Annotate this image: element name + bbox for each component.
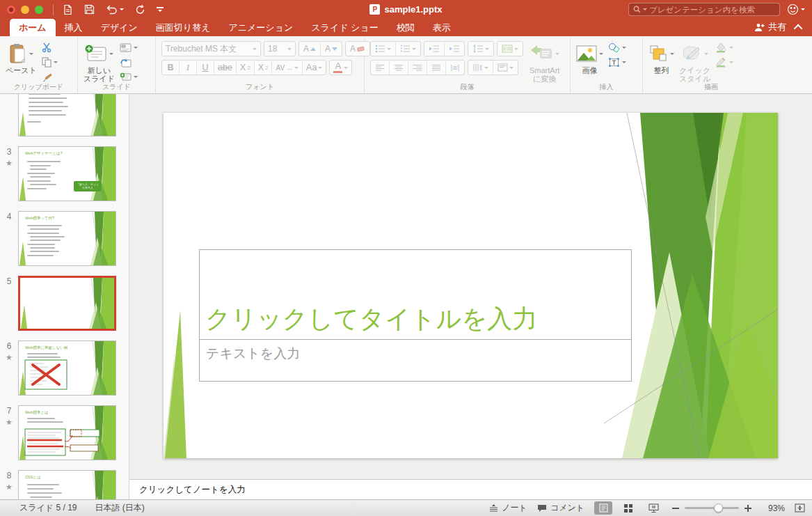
tab-insert[interactable]: 挿入 <box>56 19 92 36</box>
quick-styles-button: クイック スタイル <box>679 41 710 83</box>
justify-icon <box>431 64 441 72</box>
slide-5-thumbnail-selected[interactable] <box>18 276 116 331</box>
feedback-smiley-button[interactable] <box>787 3 805 15</box>
title-placeholder-text: クリックしてタイトルを入力 <box>205 302 537 336</box>
search-field[interactable] <box>628 3 780 16</box>
thumbnail-row-slide-8: 8 ★ CSSとは <box>0 470 116 499</box>
slide-6-thumbnail[interactable]: Web標準に準拠しない例 <box>18 341 116 396</box>
slide-3-thumbnail[interactable]: Webデザイナーとは? 「使う人」サイトを作る人 <box>18 146 116 201</box>
window-controls <box>7 6 43 14</box>
notes-placeholder-text: クリックしてノートを入力 <box>139 484 246 496</box>
format-painter-button[interactable] <box>42 71 58 83</box>
animation-star-icon: ★ <box>6 354 13 361</box>
slide-4-thumbnail[interactable]: Web標準って何? <box>18 211 116 266</box>
tab-animations[interactable]: アニメーション <box>219 19 302 36</box>
status-bar: スライド 5 / 19 日本語 (日本) ノート コメント <box>0 499 812 516</box>
minimize-button[interactable] <box>21 6 29 14</box>
body-placeholder[interactable]: テキストを入力 <box>199 340 632 382</box>
reset-icon <box>120 58 132 68</box>
undo-button[interactable] <box>106 5 124 15</box>
zoom-out-button[interactable] <box>672 508 679 509</box>
cut-button[interactable] <box>42 42 58 54</box>
search-input[interactable] <box>649 6 775 14</box>
collapse-ribbon-icon[interactable] <box>794 24 803 33</box>
zoom-slider-knob[interactable] <box>714 503 723 513</box>
slide-sorter-view-button[interactable] <box>619 501 637 515</box>
notes-toggle-button[interactable]: ノート <box>489 502 527 514</box>
tab-view[interactable]: 表示 <box>424 19 460 36</box>
language-indicator[interactable]: 日本語 (日本) <box>95 502 144 514</box>
text-box-button[interactable] <box>608 56 626 68</box>
slide-2-thumbnail[interactable] <box>18 94 116 136</box>
tab-home[interactable]: ホーム <box>10 19 56 36</box>
distribute-icon <box>450 64 460 72</box>
numbering-button <box>396 42 420 56</box>
thumb-title: Web標準って何? <box>25 216 54 221</box>
customize-toolbar-icon[interactable] <box>157 7 164 12</box>
align-right-button <box>408 61 427 75</box>
tab-design[interactable]: デザイン <box>92 19 147 36</box>
columns-icon <box>502 45 513 53</box>
increase-indent-icon <box>449 45 460 53</box>
search-icon <box>633 6 641 13</box>
share-button[interactable]: 共有 <box>754 21 786 33</box>
zoom-percentage[interactable]: 93% <box>761 503 785 513</box>
ribbon-group-paragraph: SmartArt に変換 段落 <box>365 36 571 93</box>
crossed-out-code-box <box>24 359 67 390</box>
slide-7-thumbnail[interactable]: Web標準とは <box>18 405 116 460</box>
align-left-button <box>371 61 390 75</box>
section-button[interactable] <box>120 71 138 83</box>
layout-button[interactable] <box>120 42 138 54</box>
facet-theme-wedge <box>164 311 191 458</box>
arrange-icon <box>648 45 668 63</box>
slide-number: 5 <box>7 276 12 286</box>
slide-canvas[interactable]: クリックしてタイトルを入力 テキストを入力 <box>164 113 778 458</box>
picture-button[interactable]: 画像 <box>576 41 603 75</box>
copy-button[interactable] <box>42 56 58 68</box>
reset-slide-button[interactable] <box>120 56 138 68</box>
convert-to-smartart-button: SmartArt に変換 <box>530 41 559 83</box>
tab-review[interactable]: 校閲 <box>388 19 424 36</box>
notes-pane[interactable]: クリックしてノートを入力 <box>129 479 812 499</box>
font-size-select: 18 <box>264 41 296 56</box>
zoom-slider[interactable] <box>685 507 739 509</box>
slideshow-view-button[interactable] <box>644 501 662 515</box>
thumbnail-row-slide-6: 6 ★ Web標準に準拠しない例 <box>0 341 116 396</box>
font-color-button: A <box>330 61 351 75</box>
arrange-button[interactable]: 整列 <box>648 41 674 75</box>
comments-toggle-button[interactable]: コメント <box>537 502 584 514</box>
slide-thumbnail-panel: 3 ★ Webデザイナーとは? <box>0 94 129 499</box>
decrease-indent-button <box>424 42 445 56</box>
normal-view-button[interactable] <box>594 501 612 515</box>
zoom-in-button[interactable] <box>745 505 751 512</box>
new-slide-button[interactable]: 新しい スライド <box>83 41 115 83</box>
normal-view-icon <box>599 503 608 513</box>
section-icon <box>120 72 132 81</box>
slide-8-thumbnail[interactable]: CSSとは <box>18 470 116 499</box>
new-presentation-icon[interactable] <box>62 4 73 15</box>
redo-icon[interactable] <box>135 4 145 15</box>
thumb-speech-bubble: 「使う人」サイトを作る人 <box>74 181 102 191</box>
align-left-icon <box>375 64 385 72</box>
quick-access-toolbar <box>62 4 164 15</box>
undo-dropdown-icon[interactable] <box>120 8 124 10</box>
paste-button[interactable]: ペースト <box>6 41 37 75</box>
tab-transitions[interactable]: 画面切り替え <box>147 19 220 36</box>
tab-slideshow[interactable]: スライド ショー <box>302 19 387 36</box>
slide-counter: スライド 5 / 19 <box>19 502 77 514</box>
fit-slide-to-window-button[interactable] <box>795 503 805 513</box>
slide-number: 8 <box>7 471 12 480</box>
search-scope-dropdown-icon[interactable] <box>643 8 647 10</box>
shapes-button[interactable] <box>608 42 626 54</box>
text-direction-icon <box>472 63 483 72</box>
title-placeholder[interactable]: クリックしてタイトルを入力 <box>199 249 632 340</box>
theme-art <box>89 147 116 201</box>
new-slide-icon <box>85 45 107 63</box>
theme-art <box>89 471 116 499</box>
strikethrough-button: abe <box>214 61 237 75</box>
save-icon[interactable] <box>84 4 95 15</box>
fullscreen-button[interactable] <box>35 6 43 14</box>
columns-button <box>497 42 523 56</box>
close-button[interactable] <box>7 6 15 14</box>
font-name-select: Trebuchet MS 本文 <box>161 41 261 56</box>
